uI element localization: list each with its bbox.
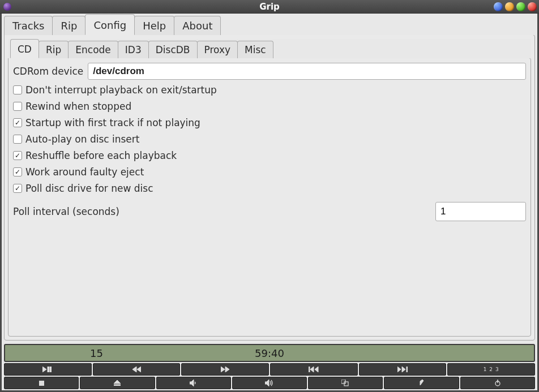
svg-marker-14 xyxy=(114,380,121,384)
tab-rip[interactable]: Rip xyxy=(52,16,85,35)
opt-rewind-stopped[interactable]: Rewind when stopped xyxy=(13,101,526,112)
svg-marker-4 xyxy=(137,367,141,372)
counter-mode-icon: 1 2 3 xyxy=(484,367,499,372)
svg-marker-3 xyxy=(132,367,136,372)
titlebar: Grip xyxy=(0,0,539,14)
eject-button[interactable] xyxy=(80,377,155,389)
status-track-number: 15 xyxy=(90,347,103,359)
opt-label: Poll disc drive for new disc xyxy=(25,183,153,194)
stop-button[interactable] xyxy=(4,377,79,389)
svg-marker-6 xyxy=(225,367,229,372)
svg-rect-15 xyxy=(114,385,121,386)
config-tab-proxy[interactable]: Proxy xyxy=(197,41,238,58)
window-title: Grip xyxy=(0,2,539,12)
shuffle-button[interactable] xyxy=(308,377,383,389)
config-tab-misc[interactable]: Misc xyxy=(237,41,273,58)
opt-label: Auto-play on disc insert xyxy=(25,133,140,145)
window-body: Tracks Rip Config Help About CD Rip Enco… xyxy=(0,14,539,392)
prev-track-button[interactable] xyxy=(270,363,358,376)
main-tab-bar: Tracks Rip Config Help About xyxy=(2,14,537,35)
svg-marker-17 xyxy=(265,380,269,386)
opt-label: Reshuffle before each playback xyxy=(25,150,177,161)
svg-marker-10 xyxy=(397,367,401,372)
cdrom-device-row: CDRom device xyxy=(13,63,526,80)
poll-interval-row: Poll interval (seconds) xyxy=(13,202,526,221)
checkbox-icon[interactable] xyxy=(13,102,22,111)
opt-label: Don't interrupt playback on exit/startup xyxy=(25,84,217,96)
svg-marker-8 xyxy=(310,367,314,372)
svg-marker-9 xyxy=(315,367,318,372)
svg-marker-20 xyxy=(420,380,424,385)
opt-label: Startup with first track if not playing xyxy=(25,117,200,128)
status-time: 59:40 xyxy=(255,347,284,359)
svg-marker-11 xyxy=(402,367,405,372)
opt-startup-first-track[interactable]: Startup with first track if not playing xyxy=(13,117,526,128)
svg-marker-0 xyxy=(42,367,46,372)
svg-marker-5 xyxy=(221,367,225,372)
svg-marker-16 xyxy=(190,380,194,386)
config-tab-discdb[interactable]: DiscDB xyxy=(148,41,198,58)
checkbox-icon[interactable] xyxy=(13,184,22,193)
control-row-2 xyxy=(4,377,535,389)
checkbox-icon[interactable] xyxy=(13,118,22,127)
cdrom-device-input[interactable] xyxy=(88,63,526,80)
window-button-minimize[interactable] xyxy=(505,2,514,11)
window-button-maximize[interactable] xyxy=(516,2,525,11)
svg-rect-2 xyxy=(50,367,52,372)
control-button-area: 1 2 3 xyxy=(4,363,535,389)
fast-forward-button[interactable] xyxy=(181,363,269,376)
opt-poll-drive[interactable]: Poll disc drive for new disc xyxy=(13,183,526,194)
config-tab-encode[interactable]: Encode xyxy=(68,41,118,58)
config-tab-cd[interactable]: CD xyxy=(10,39,39,58)
svg-rect-1 xyxy=(48,367,49,372)
counter-mode-button[interactable]: 1 2 3 xyxy=(447,363,535,376)
window-button-shade[interactable] xyxy=(494,2,503,11)
opt-faulty-eject[interactable]: Work around faulty eject xyxy=(13,166,526,178)
editor-button[interactable] xyxy=(384,377,459,389)
poll-interval-input[interactable] xyxy=(435,202,526,221)
checkbox-icon[interactable] xyxy=(13,151,22,160)
window-buttons xyxy=(494,2,537,11)
volume-down-button[interactable] xyxy=(156,377,231,389)
cd-options-list: Don't interrupt playback on exit/startup… xyxy=(13,84,526,194)
power-button[interactable] xyxy=(460,377,535,389)
cd-config-panel: CDRom device Don't interrupt playback on… xyxy=(8,58,531,337)
next-track-button[interactable] xyxy=(359,363,447,376)
rewind-button[interactable] xyxy=(93,363,181,376)
checkbox-icon[interactable] xyxy=(13,135,22,144)
cdrom-device-label: CDRom device xyxy=(13,66,83,77)
config-tab-bar: CD Rip Encode ID3 DiscDB Proxy Misc xyxy=(8,39,531,58)
window-button-close[interactable] xyxy=(528,2,537,11)
status-bar[interactable]: 15 59:40 xyxy=(4,344,535,362)
spacer xyxy=(13,226,526,331)
svg-rect-7 xyxy=(309,367,310,372)
tab-tracks[interactable]: Tracks xyxy=(4,16,53,35)
svg-rect-12 xyxy=(407,367,408,372)
opt-reshuffle[interactable]: Reshuffle before each playback xyxy=(13,150,526,161)
checkbox-icon[interactable] xyxy=(13,167,22,176)
svg-rect-13 xyxy=(39,381,44,386)
poll-interval-label: Poll interval (seconds) xyxy=(13,206,119,217)
opt-no-interrupt[interactable]: Don't interrupt playback on exit/startup xyxy=(13,84,526,96)
opt-autoplay-insert[interactable]: Auto-play on disc insert xyxy=(13,133,526,145)
tab-config[interactable]: Config xyxy=(85,14,135,35)
opt-label: Work around faulty eject xyxy=(25,166,144,178)
config-tab-rip[interactable]: Rip xyxy=(38,41,69,58)
play-pause-button[interactable] xyxy=(4,363,92,376)
opt-label: Rewind when stopped xyxy=(25,101,131,112)
config-tab-id3[interactable]: ID3 xyxy=(118,41,149,58)
control-row-1: 1 2 3 xyxy=(4,363,535,376)
tab-help[interactable]: Help xyxy=(134,16,174,35)
tab-about[interactable]: About xyxy=(174,16,221,35)
checkbox-icon[interactable] xyxy=(13,85,22,94)
config-page: CD Rip Encode ID3 DiscDB Proxy Misc CDRo… xyxy=(4,35,535,341)
volume-up-button[interactable] xyxy=(232,377,307,389)
